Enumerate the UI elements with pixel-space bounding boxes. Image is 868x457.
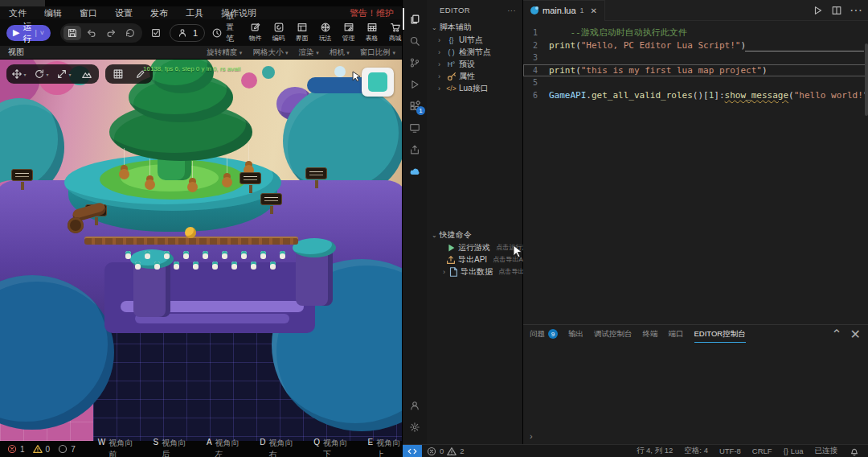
cloud-icon[interactable] bbox=[403, 160, 427, 182]
viewport-option-1[interactable]: 网格大小 ▾ bbox=[252, 47, 288, 58]
remote-indicator[interactable] bbox=[403, 445, 422, 457]
viewport-header: 视图 旋转精度 ▾网格大小 ▾渲染 ▾相机 ▾窗口比例 ▾ bbox=[0, 46, 402, 60]
status-connection[interactable]: 已连接 bbox=[811, 446, 842, 456]
redo-icon[interactable] bbox=[102, 26, 120, 40]
code-editor[interactable]: 1 --游戏启动时自动执行此文件2print("Hello, PC Editor… bbox=[523, 21, 868, 324]
tree-item-导出数据[interactable]: ›导出数据点击导出数据 bbox=[427, 266, 523, 278]
bowling-pin bbox=[241, 251, 247, 259]
panel-button-表格[interactable]: 表格 bbox=[360, 22, 383, 43]
share-icon[interactable] bbox=[403, 138, 427, 160]
source-control-icon[interactable] bbox=[403, 51, 427, 73]
run-debug-icon[interactable] bbox=[403, 73, 427, 95]
tree-item-Lua接口[interactable]: ›</>Lua接口 bbox=[427, 82, 523, 94]
viewport-option-2[interactable]: 渲染 ▾ bbox=[299, 47, 319, 58]
panel-button-物件[interactable]: 物件 bbox=[244, 22, 267, 43]
code-line-2: 2print("Hello, PC Editor Lua Script!") bbox=[523, 39, 868, 52]
extensions-icon[interactable]: 1 bbox=[403, 95, 427, 117]
undo-icon[interactable] bbox=[83, 26, 100, 40]
checklist-icon[interactable] bbox=[150, 26, 162, 40]
grid-brush-icon[interactable] bbox=[107, 66, 129, 82]
split-editor-icon[interactable] bbox=[831, 5, 842, 16]
more-actions-icon[interactable]: ··· bbox=[507, 6, 516, 14]
panel-close-icon[interactable]: ✕ bbox=[850, 327, 861, 342]
tree-section-helpers: ⌄脚本辅助›{}UI节点›( )检测节点›H°预设›属性›</>Lua接口 bbox=[427, 21, 523, 94]
panel-tab-终端[interactable]: 终端 bbox=[643, 325, 658, 343]
account-icon[interactable] bbox=[403, 394, 427, 416]
panel-tab-EDITOR控制台[interactable]: EDITOR控制台 bbox=[694, 325, 746, 343]
deco-ball bbox=[241, 72, 257, 89]
restore-icon[interactable] bbox=[121, 26, 139, 40]
status-right: 行 4, 列 12空格: 4UTF-8CRLF{} Lua已连接 bbox=[633, 446, 868, 457]
viewport-option-3[interactable]: 相机 ▾ bbox=[330, 47, 350, 58]
info-count: 7 bbox=[57, 443, 76, 455]
key-hint-E: E视角向上 bbox=[368, 438, 402, 457]
history-group bbox=[60, 23, 142, 43]
panel-button-管理[interactable]: 管理 bbox=[337, 22, 360, 43]
panel-tab-调试控制台[interactable]: 调试控制台 bbox=[594, 325, 633, 343]
run-file-icon[interactable] bbox=[813, 5, 824, 16]
menu-item-5[interactable]: 工具 bbox=[177, 7, 212, 19]
status-encoding[interactable]: UTF-8 bbox=[715, 447, 745, 455]
editor-actions: ··· bbox=[813, 0, 868, 20]
run-button[interactable]: ▶ 运行 | ˅ bbox=[6, 25, 51, 41]
terrain-tool-icon[interactable] bbox=[76, 66, 97, 82]
tree-item-属性[interactable]: ›属性 bbox=[427, 70, 523, 82]
status-cursor-position[interactable]: 行 4, 列 12 bbox=[633, 446, 677, 456]
bowling-pin bbox=[231, 261, 237, 270]
editor-scrollbar[interactable] bbox=[865, 43, 868, 116]
color-swatch bbox=[368, 72, 387, 92]
panel-tab-问题[interactable]: 问题9 bbox=[530, 325, 558, 343]
panel-maximize-icon[interactable]: ⌃ bbox=[831, 327, 841, 342]
panel-tab-输出[interactable]: 输出 bbox=[568, 325, 583, 343]
tree-item-运行游戏[interactable]: 运行游戏点击运行游戏 bbox=[427, 241, 523, 253]
menu-item-2[interactable]: 窗口 bbox=[71, 7, 106, 19]
menu-item-3[interactable]: 设置 bbox=[106, 7, 141, 19]
sign-post bbox=[260, 193, 282, 205]
scale-tool-icon[interactable]: ▾ bbox=[53, 66, 75, 82]
editor-more-icon[interactable]: ··· bbox=[850, 3, 862, 18]
table-icon bbox=[366, 22, 378, 33]
viewport-options: 旋转精度 ▾网格大小 ▾渲染 ▾相机 ▾窗口比例 ▾ bbox=[207, 47, 402, 58]
chevron-down-icon: ▾ bbox=[316, 50, 319, 56]
status-eol[interactable]: CRLF bbox=[748, 447, 776, 455]
tab-main-lua[interactable]: main.lua 1 ✕ bbox=[523, 0, 605, 21]
panel-button-编码[interactable]: 编码 bbox=[267, 22, 290, 43]
bowling-pin bbox=[222, 251, 227, 259]
search-icon[interactable] bbox=[403, 30, 427, 51]
tree-item-检测节点[interactable]: ›( )检测节点 bbox=[427, 46, 523, 58]
export-icon bbox=[445, 254, 456, 266]
bell-icon[interactable] bbox=[845, 446, 864, 457]
panel-button-界面[interactable]: 界面 bbox=[290, 22, 313, 43]
tree-item-UI节点[interactable]: ›{}UI节点 bbox=[427, 34, 523, 46]
player-count-group[interactable]: 1 bbox=[170, 24, 205, 42]
chevron-down-icon: ▾ bbox=[392, 50, 395, 56]
menu-item-4[interactable]: 发布 bbox=[141, 7, 177, 19]
color-swatch-panel[interactable] bbox=[362, 68, 394, 97]
files-icon[interactable] bbox=[403, 8, 427, 30]
remote-window-icon[interactable] bbox=[403, 117, 427, 138]
code-line-4: 4print("this is my first lua map project… bbox=[523, 64, 868, 77]
status-indentation[interactable]: 空格: 4 bbox=[680, 446, 712, 456]
close-tab-icon[interactable]: ✕ bbox=[591, 6, 597, 15]
panel-tab-端口[interactable]: 端口 bbox=[669, 325, 684, 343]
section-label[interactable]: ⌄脚本辅助 bbox=[427, 21, 523, 34]
tree-item-导出API[interactable]: 导出API点击导出API bbox=[427, 253, 523, 266]
bottom-panel: 问题9输出调试控制台终端端口EDITOR控制台⌃✕ › bbox=[523, 324, 868, 444]
section-label[interactable]: ⌄快捷命令 bbox=[427, 228, 523, 241]
problems-status[interactable]: 0 2 bbox=[422, 446, 469, 457]
tree-item-预设[interactable]: ›H°预设 bbox=[427, 58, 523, 70]
move-tool-icon[interactable]: ▾ bbox=[8, 66, 30, 82]
yellow-chick bbox=[185, 227, 196, 238]
settings-icon[interactable] bbox=[403, 416, 427, 438]
status-language[interactable]: {} Lua bbox=[780, 447, 808, 455]
viewport-option-4[interactable]: 窗口比例 ▾ bbox=[360, 47, 395, 58]
rotate-tool-icon[interactable]: ▾ bbox=[31, 66, 52, 82]
viewport-option-0[interactable]: 旋转精度 ▾ bbox=[207, 47, 242, 58]
menu-item-0[interactable]: 文件 bbox=[0, 7, 35, 19]
scene-canvas[interactable]: ▾ ▾ ▾ 16138, fps 6, step 0 y in 0, rs av… bbox=[0, 60, 402, 441]
panel-button-玩法[interactable]: 玩法 bbox=[313, 22, 337, 43]
key-hint-Q: Q视角向下 bbox=[313, 438, 348, 457]
menu-item-1[interactable]: 编辑 bbox=[35, 7, 71, 19]
problems-badge: 9 bbox=[548, 329, 558, 339]
save-icon[interactable] bbox=[63, 26, 81, 40]
